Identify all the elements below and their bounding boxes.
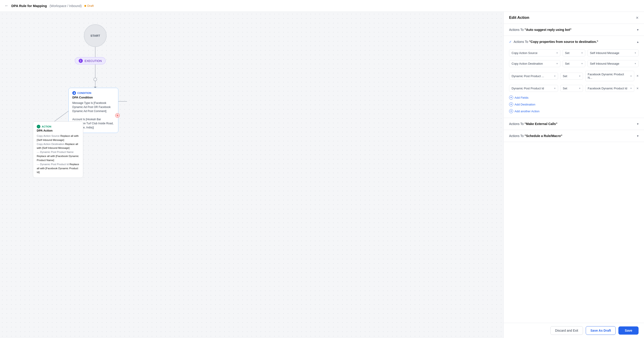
edit-action-panel: Edit Action × Actions To "Auto suggest r…: [504, 12, 644, 338]
dppn-field[interactable]: Dynamic Post Product ... ▾: [509, 73, 558, 80]
dppid-operator[interactable]: Set ▾: [560, 85, 583, 92]
action-title: DPA Action: [37, 129, 79, 132]
copy-source-chevron: ▾: [556, 52, 558, 55]
dppn-value[interactable]: Facebook Dynamic Product N... ▾: [585, 71, 634, 81]
dppid-val-chevron: ▾: [630, 87, 632, 90]
condition-title: DPA Condition: [72, 96, 114, 99]
dppid-field[interactable]: Dynamic Post Product Id ▾: [509, 85, 558, 92]
copy-check-icon: ✓: [509, 40, 512, 44]
auto-suggest-header[interactable]: Actions To "Auto suggest reply using bot…: [504, 24, 644, 36]
schedule-header[interactable]: Actions To "Schedule a Rule/Macro" ▾: [504, 130, 644, 142]
execution-node: E EXECUTION: [75, 57, 106, 65]
dppid-op-chevron: ▾: [579, 87, 580, 90]
auto-suggest-chevron-icon: ▾: [637, 28, 638, 32]
add-dest-icon: +: [509, 102, 513, 106]
copy-dest-val-chevron: ▾: [635, 62, 636, 65]
panel-title: Edit Action: [509, 16, 529, 20]
auto-suggest-title: Actions To "Auto suggest reply using bot…: [509, 28, 572, 32]
schedule-title: Actions To "Schedule a Rule/Macro": [509, 134, 562, 138]
copy-dest-op-chevron: ▾: [582, 62, 583, 65]
copy-section-title: Actions To "Copy properties from source …: [514, 40, 598, 44]
action-section-auto-suggest: Actions To "Auto suggest reply using bot…: [504, 24, 644, 36]
dppn-operator[interactable]: Set ▾: [560, 73, 583, 80]
field-row-source: Copy Action Source ▾ Set ▾ Self Inbound …: [509, 50, 638, 57]
badge-no: N: [115, 113, 120, 118]
panel-header: Edit Action ×: [504, 12, 644, 24]
copy-section-body: Copy Action Source ▾ Set ▾ Self Inbound …: [504, 48, 644, 118]
dppn-remove-button[interactable]: ×: [636, 74, 638, 78]
schedule-chevron-icon: ▾: [637, 134, 638, 138]
copy-chevron-icon: ▴: [637, 40, 638, 44]
copy-dest-field[interactable]: Copy Action Destination ▾: [509, 60, 560, 67]
dppn-chevron: ▾: [554, 75, 556, 78]
action-section-schedule: Actions To "Schedule a Rule/Macro" ▾: [504, 130, 644, 142]
action-node[interactable]: → ACTION DPA Action Copy Action Source R…: [33, 121, 83, 178]
copy-source-value[interactable]: Self Inbound Message ▾: [588, 50, 639, 57]
execution-icon: E: [79, 59, 83, 63]
add-fields-button[interactable]: + Add Fields: [509, 96, 638, 100]
panel-body: Actions To "Auto suggest reply using bot…: [504, 24, 644, 323]
copy-source-val-chevron: ▾: [635, 52, 636, 55]
field-row-dest: Copy Action Destination ▾ Set ▾ Self Inb…: [509, 60, 638, 67]
page-subtitle: (Workspace / Inbound): [50, 4, 82, 8]
external-chevron-icon: ▾: [637, 122, 638, 126]
field-row-dppid: Dynamic Post Product Id ▾ Set ▾ Facebook…: [509, 85, 638, 92]
back-button[interactable]: ←: [4, 4, 8, 8]
add-destination-button[interactable]: + Add Destination: [509, 102, 638, 106]
field-row-dppn: Dynamic Post Product ... ▾ Set ▾ Faceboo…: [509, 71, 638, 81]
status-badge: Draft: [84, 4, 94, 8]
copy-source-op-chevron: ▾: [582, 52, 583, 55]
condition-icon: ◆: [72, 91, 76, 95]
copy-section-header[interactable]: ✓ Actions To "Copy properties from sourc…: [504, 36, 644, 48]
save-button[interactable]: Save: [618, 326, 638, 334]
action-section-copy: ✓ Actions To "Copy properties from sourc…: [504, 36, 644, 118]
copy-dest-chevron: ▾: [556, 62, 558, 65]
external-title: Actions To "Make External Calls": [509, 122, 558, 126]
dppn-op-chevron: ▾: [579, 75, 580, 78]
bottom-bar: Discard and Exit Save As Draft Save: [504, 323, 644, 338]
dppid-chevron: ▾: [554, 87, 556, 90]
close-button[interactable]: ×: [636, 16, 638, 20]
copy-source-operator[interactable]: Set ▾: [562, 50, 585, 57]
page-title: DPA Rule for Mapping: [11, 4, 47, 8]
dppn-val-chevron: ▾: [630, 75, 632, 78]
svg-point-2: [94, 78, 97, 81]
add-another-action-button[interactable]: + Add another Action: [509, 109, 638, 113]
badge-dot: [84, 5, 86, 7]
add-fields-icon: +: [509, 96, 513, 100]
copy-dest-operator[interactable]: Set ▾: [562, 60, 585, 67]
dppid-value[interactable]: Facebook Dynamic Product Id ▾: [585, 85, 634, 92]
discard-button[interactable]: Discard and Exit: [550, 326, 583, 335]
save-draft-button[interactable]: Save As Draft: [586, 326, 616, 335]
action-body: Copy Action Source Replace all with [Sel…: [37, 134, 79, 174]
start-node: START: [84, 24, 106, 47]
external-header[interactable]: Actions To "Make External Calls" ▾: [504, 118, 644, 130]
copy-dest-value[interactable]: Self Inbound Message ▾: [588, 60, 639, 67]
copy-source-field[interactable]: Copy Action Source ▾: [509, 50, 560, 57]
flow-canvas: START E EXECUTION ◆ CONDITION DPA Condit…: [0, 12, 504, 338]
action-section-external: Actions To "Make External Calls" ▾: [504, 118, 644, 130]
dppid-remove-button[interactable]: ×: [636, 86, 638, 91]
add-action-icon: +: [509, 109, 513, 113]
action-icon: →: [37, 125, 40, 128]
